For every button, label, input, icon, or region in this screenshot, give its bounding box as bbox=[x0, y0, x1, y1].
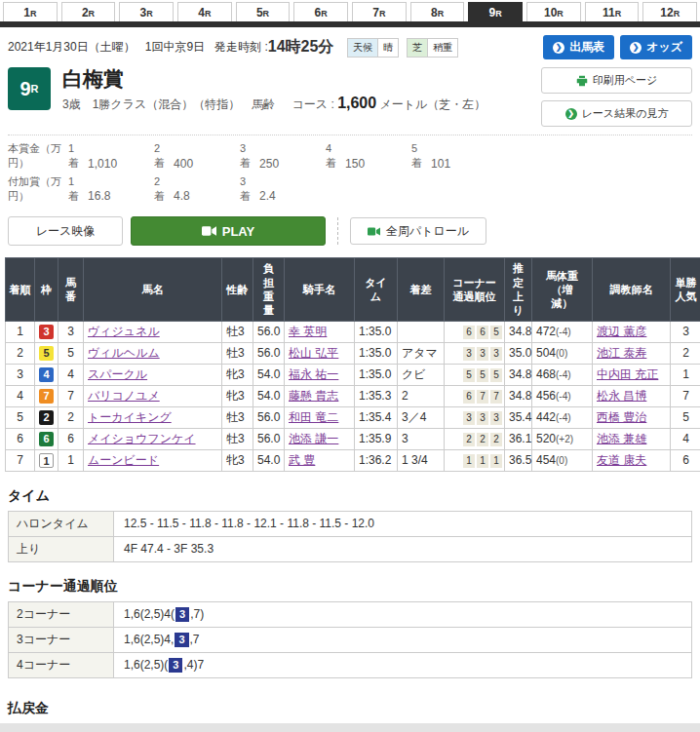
horse-name-link[interactable]: トーカイキング bbox=[88, 410, 172, 424]
result-row: 4 7 7 バリコノユメ 牝3 54.0 藤懸 貴志 1:35.3 2 677 … bbox=[6, 385, 700, 406]
course-label: コース : bbox=[292, 97, 334, 111]
corner-pos: 3 bbox=[463, 411, 475, 425]
trainer-link[interactable]: 池添 兼雄 bbox=[597, 432, 646, 445]
results-guide-button[interactable]: ❯ レース結果の見方 bbox=[541, 100, 692, 127]
finish-time: 1:35.0 bbox=[355, 364, 398, 385]
race-tab[interactable]: 8R bbox=[410, 2, 465, 21]
race-tab[interactable]: 9R bbox=[468, 2, 523, 21]
frame-cell: 7 bbox=[35, 385, 58, 406]
jockey-link[interactable]: 幸 英明 bbox=[289, 325, 327, 338]
race-tab[interactable]: 6R bbox=[293, 2, 348, 21]
horse-name-cell: ムーンビード bbox=[84, 449, 222, 471]
trainer-link[interactable]: 中内田 充正 bbox=[597, 367, 658, 381]
horse-name-cell: トーカイキング bbox=[84, 406, 222, 428]
trainer-cell: 西橋 豊治 bbox=[593, 406, 671, 428]
race-tab[interactable]: 3R bbox=[119, 2, 174, 21]
impost: 54.0 bbox=[253, 385, 285, 406]
finish-time: 1:35.3 bbox=[355, 385, 398, 406]
play-button[interactable]: PLAY bbox=[131, 216, 326, 246]
finish-position: 1 bbox=[6, 321, 35, 342]
corner-order-cell: 333 bbox=[445, 342, 505, 364]
tab-label: 1 bbox=[23, 6, 30, 19]
frame-number-badge: 6 bbox=[39, 432, 54, 446]
weather-badge: 天候 晴 bbox=[347, 38, 399, 58]
finish-position: 6 bbox=[6, 428, 35, 449]
race-tab[interactable]: 10R bbox=[526, 2, 581, 21]
jockey-link[interactable]: 和田 竜二 bbox=[289, 410, 338, 424]
corner-row: 2コーナー 1,6(2,5)4(3,7) bbox=[9, 601, 692, 627]
race-tab[interactable]: 11R bbox=[585, 2, 640, 21]
race-number-badge: 9R bbox=[8, 67, 51, 110]
race-tab[interactable]: 4R bbox=[177, 2, 232, 21]
horse-weight: 520 bbox=[536, 432, 556, 445]
frame-cell: 5 bbox=[35, 342, 58, 364]
race-tab[interactable]: 1R bbox=[3, 2, 58, 21]
corner-table: 2コーナー 1,6(2,5)4(3,7) 3コーナー 1,6(2,5)4,3,7… bbox=[8, 601, 692, 678]
corner-pos: 5 bbox=[463, 368, 475, 382]
horse-name-link[interactable]: ムーンビード bbox=[88, 453, 159, 467]
tab-label: 11 bbox=[603, 6, 615, 19]
corner-pos: 6 bbox=[477, 326, 488, 339]
odds-button[interactable]: ❯ オッズ bbox=[620, 35, 692, 59]
sex-age: 牡3 bbox=[222, 342, 253, 364]
corner-order-cell: 111 bbox=[445, 449, 505, 471]
horse-number: 2 bbox=[58, 406, 84, 428]
trainer-link[interactable]: 友道 康夫 bbox=[597, 453, 646, 467]
tab-label: 4 bbox=[198, 6, 205, 19]
horse-name-link[interactable]: スパークル bbox=[88, 367, 147, 381]
corner-pos: 2 bbox=[490, 433, 502, 446]
trainer-cell: 松永 昌博 bbox=[593, 385, 671, 406]
race-tab[interactable]: 12R bbox=[642, 2, 697, 21]
finish-position: 2 bbox=[6, 342, 35, 364]
last-time-row: 上り 4F 47.4 - 3F 35.3 bbox=[9, 536, 692, 561]
results-header-row: 着順 枠 馬番 馬名 性齢 負担重量 騎手名 タイム 着差 コーナー通過順位 推… bbox=[6, 258, 700, 321]
corner-section-title: コーナー通過順位 bbox=[8, 578, 692, 596]
corner-order: 1,6(2,5)4,3,7 bbox=[114, 627, 692, 652]
jockey-link[interactable]: 藤懸 貴志 bbox=[289, 389, 338, 403]
horse-weight-cell: 442(-4) bbox=[532, 406, 593, 428]
corner-label: 2コーナー bbox=[9, 601, 114, 627]
horse-weight-diff: (-4) bbox=[556, 369, 571, 380]
jockey-link[interactable]: 武 豊 bbox=[289, 453, 315, 467]
result-row: 7 1 1 ムーンビード 牝3 54.0 武 豊 1:36.2 1 3/4 11… bbox=[6, 449, 700, 471]
trainer-link[interactable]: 松永 昌博 bbox=[597, 389, 646, 403]
horse-weight-diff: (0) bbox=[556, 455, 567, 466]
patrol-video-button[interactable]: 全周パトロール bbox=[350, 217, 486, 245]
horse-name-link[interactable]: ヴィルヘルム bbox=[88, 346, 160, 360]
horse-name-link[interactable]: ヴィジュネル bbox=[88, 325, 160, 338]
impost: 54.0 bbox=[253, 364, 285, 385]
horse-weight-cell: 454(0) bbox=[532, 449, 593, 471]
race-class-text: 3歳 1勝クラス（混合）（特指） 馬齢 bbox=[62, 97, 275, 111]
print-page-button[interactable]: 印刷用ページ bbox=[541, 67, 692, 94]
jockey-link[interactable]: 池添 謙一 bbox=[289, 432, 338, 445]
horse-weight-diff: (-4) bbox=[556, 391, 571, 402]
jockey-link[interactable]: 松山 弘平 bbox=[289, 346, 338, 360]
jockey-link[interactable]: 福永 祐一 bbox=[289, 367, 338, 381]
corner-order: 1,6(2,5)4(3,7) bbox=[114, 601, 692, 627]
horse-number: 7 bbox=[58, 385, 84, 406]
trainer-cell: 池江 泰寿 bbox=[593, 342, 671, 364]
trainer-link[interactable]: 渡辺 薫彦 bbox=[597, 325, 646, 338]
main-prize-row: 本賞金（万円） 1着1,010 2着400 3着250 4着150 5着101 bbox=[8, 141, 692, 171]
last-3f-time: 34.8 bbox=[505, 321, 532, 342]
col-horse-weight: 馬体重（増減） bbox=[532, 258, 593, 321]
horse-weight-cell: 504(0) bbox=[532, 342, 593, 364]
finish-position: 5 bbox=[6, 406, 35, 428]
race-video-button[interactable]: レース映像 bbox=[8, 216, 123, 246]
corner-order: 1,6(2,5)(3,4)7 bbox=[114, 652, 692, 677]
payout-section-header: 払戻金 bbox=[8, 700, 692, 725]
video-button-row: レース映像 PLAY 全周パトロール bbox=[0, 207, 700, 257]
finish-time: 1:36.2 bbox=[355, 449, 398, 471]
course-distance: 1,600 bbox=[337, 95, 376, 111]
trainer-link[interactable]: 池江 泰寿 bbox=[597, 346, 646, 360]
race-tab[interactable]: 5R bbox=[236, 2, 291, 21]
race-tab[interactable]: 2R bbox=[61, 2, 116, 21]
horse-name-link[interactable]: バリコノユメ bbox=[88, 389, 160, 403]
trainer-link[interactable]: 西橋 豊治 bbox=[597, 410, 646, 424]
prize-place: 4着 bbox=[326, 141, 337, 171]
time-section-title: タイム bbox=[8, 487, 692, 505]
entry-table-button[interactable]: ❯ 出馬表 bbox=[543, 35, 614, 59]
race-tab[interactable]: 7R bbox=[352, 2, 407, 21]
impost: 56.0 bbox=[253, 428, 285, 449]
horse-name-link[interactable]: メイショウフンケイ bbox=[88, 432, 196, 445]
